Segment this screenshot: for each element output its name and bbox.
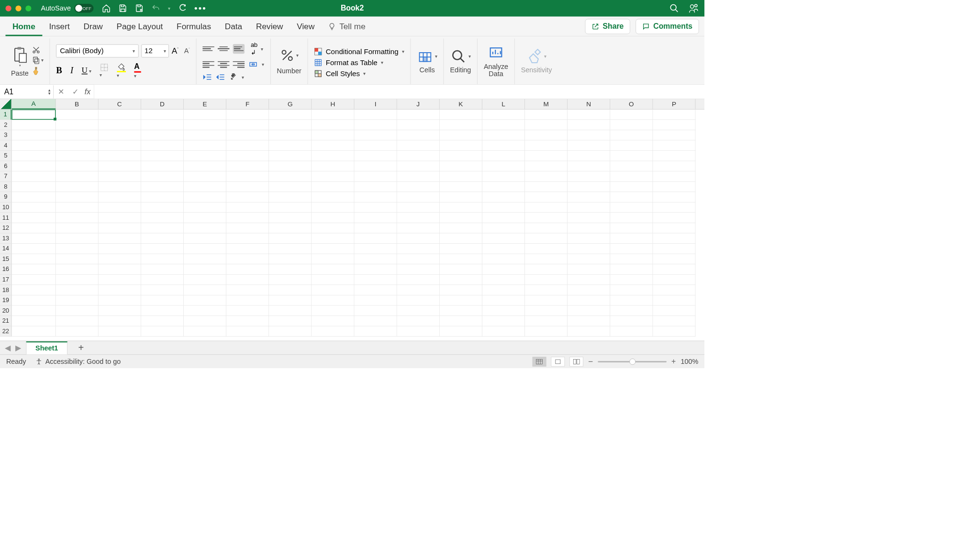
- cell-K8[interactable]: [440, 182, 482, 192]
- cell-K21[interactable]: [440, 316, 482, 327]
- cell-C15[interactable]: [99, 254, 141, 264]
- col-header-C[interactable]: C: [99, 99, 141, 109]
- cell-O13[interactable]: [610, 233, 653, 244]
- cell-F6[interactable]: [226, 161, 269, 171]
- row-header-19[interactable]: 19: [0, 295, 11, 306]
- cell-E18[interactable]: [184, 285, 226, 295]
- cell-D4[interactable]: [141, 140, 184, 151]
- cell-G9[interactable]: [269, 192, 312, 203]
- cell-C2[interactable]: [99, 120, 141, 130]
- conditional-formatting-button[interactable]: Conditional Formatting ▾: [314, 47, 404, 56]
- cell-E14[interactable]: [184, 244, 226, 254]
- cell-O7[interactable]: [610, 171, 653, 182]
- cell-H13[interactable]: [312, 233, 354, 244]
- cell-F21[interactable]: [226, 316, 269, 327]
- cell-B16[interactable]: [56, 264, 98, 275]
- cell-D10[interactable]: [141, 203, 184, 213]
- cell-N5[interactable]: [568, 151, 610, 161]
- col-header-H[interactable]: H: [312, 99, 354, 109]
- increase-indent-button[interactable]: [216, 73, 225, 81]
- cell-G6[interactable]: [269, 161, 312, 171]
- add-sheet-button[interactable]: +: [72, 342, 90, 353]
- cell-H6[interactable]: [312, 161, 354, 171]
- cell-I19[interactable]: [354, 295, 397, 306]
- cell-F8[interactable]: [226, 182, 269, 192]
- home-icon[interactable]: [102, 4, 111, 13]
- zoom-in-button[interactable]: +: [671, 357, 676, 366]
- cell-O9[interactable]: [610, 192, 653, 203]
- cell-G15[interactable]: [269, 254, 312, 264]
- cell-M6[interactable]: [525, 161, 568, 171]
- cell-N4[interactable]: [568, 140, 610, 151]
- cells-area[interactable]: [11, 110, 704, 341]
- row-header-3[interactable]: 3: [0, 130, 11, 141]
- row-header-16[interactable]: 16: [0, 264, 11, 275]
- col-header-F[interactable]: F: [226, 99, 269, 109]
- underline-button[interactable]: U ▾: [81, 66, 91, 75]
- orientation-button[interactable]: ab: [229, 73, 238, 82]
- undo-dropdown[interactable]: ▾: [168, 6, 170, 11]
- cell-P8[interactable]: [653, 182, 695, 192]
- cell-C13[interactable]: [99, 233, 141, 244]
- cell-O11[interactable]: [610, 213, 653, 223]
- cell-I3[interactable]: [354, 130, 397, 141]
- cell-I13[interactable]: [354, 233, 397, 244]
- cell-H17[interactable]: [312, 275, 354, 285]
- cell-I2[interactable]: [354, 120, 397, 130]
- cell-B5[interactable]: [56, 151, 98, 161]
- cell-P1[interactable]: [653, 110, 695, 120]
- col-header-M[interactable]: M: [525, 99, 568, 109]
- fx-icon[interactable]: fx: [85, 87, 90, 96]
- cell-N11[interactable]: [568, 213, 610, 223]
- cell-F10[interactable]: [226, 203, 269, 213]
- cell-G16[interactable]: [269, 264, 312, 275]
- cell-D5[interactable]: [141, 151, 184, 161]
- select-all-corner[interactable]: [0, 99, 11, 110]
- cell-E17[interactable]: [184, 275, 226, 285]
- cell-N9[interactable]: [568, 192, 610, 203]
- cell-P18[interactable]: [653, 285, 695, 295]
- tab-data[interactable]: Data: [218, 17, 249, 36]
- cell-N16[interactable]: [568, 264, 610, 275]
- share-button[interactable]: Share: [585, 19, 630, 34]
- cell-A21[interactable]: [11, 316, 56, 327]
- cell-D14[interactable]: [141, 244, 184, 254]
- cell-J10[interactable]: [397, 203, 439, 213]
- cell-B21[interactable]: [56, 316, 98, 327]
- cell-E12[interactable]: [184, 223, 226, 234]
- cell-O18[interactable]: [610, 285, 653, 295]
- cell-O15[interactable]: [610, 254, 653, 264]
- cell-O4[interactable]: [610, 140, 653, 151]
- col-header-O[interactable]: O: [610, 99, 653, 109]
- cell-D2[interactable]: [141, 120, 184, 130]
- cell-G1[interactable]: [269, 110, 312, 120]
- cell-H14[interactable]: [312, 244, 354, 254]
- cell-M8[interactable]: [525, 182, 568, 192]
- save-icon[interactable]: [118, 4, 127, 13]
- cell-L15[interactable]: [482, 254, 525, 264]
- cell-B11[interactable]: [56, 213, 98, 223]
- cell-G14[interactable]: [269, 244, 312, 254]
- cell-M5[interactable]: [525, 151, 568, 161]
- cell-K19[interactable]: [440, 295, 482, 306]
- col-header-E[interactable]: E: [184, 99, 226, 109]
- font-size-select[interactable]: 12▾: [142, 44, 169, 57]
- cell-B3[interactable]: [56, 130, 98, 141]
- row-header-10[interactable]: 10: [0, 203, 11, 213]
- cell-L9[interactable]: [482, 192, 525, 203]
- cell-J4[interactable]: [397, 140, 439, 151]
- merge-button[interactable]: [248, 60, 258, 69]
- cell-N3[interactable]: [568, 130, 610, 141]
- name-box[interactable]: A1 ▲▼: [0, 85, 54, 98]
- cell-G19[interactable]: [269, 295, 312, 306]
- cell-B4[interactable]: [56, 140, 98, 151]
- cell-P20[interactable]: [653, 305, 695, 316]
- align-middle-button[interactable]: [218, 44, 229, 54]
- cell-H15[interactable]: [312, 254, 354, 264]
- zoom-level[interactable]: 100%: [680, 358, 698, 366]
- cell-H10[interactable]: [312, 203, 354, 213]
- cell-J15[interactable]: [397, 254, 439, 264]
- cell-C20[interactable]: [99, 305, 141, 316]
- cell-J12[interactable]: [397, 223, 439, 234]
- cell-M11[interactable]: [525, 213, 568, 223]
